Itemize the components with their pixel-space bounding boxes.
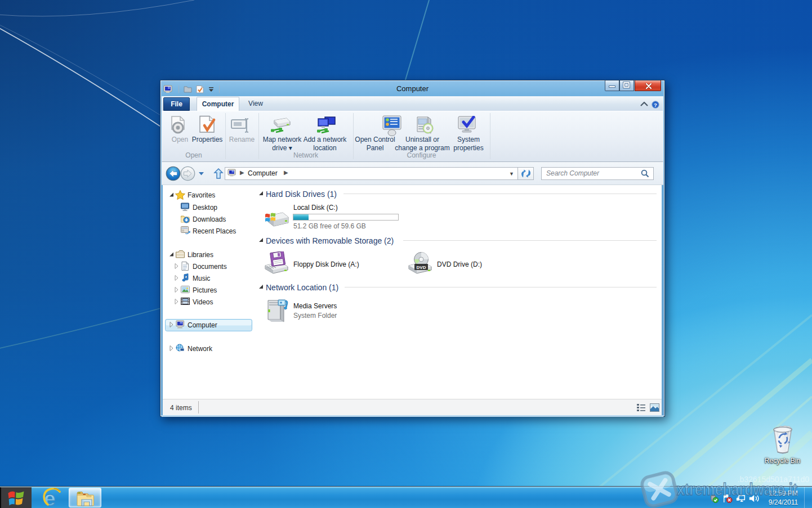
svg-text:DVD: DVD bbox=[417, 265, 426, 270]
svg-text:Computer: Computer bbox=[188, 321, 217, 329]
svg-text:?: ? bbox=[654, 102, 657, 108]
svg-text:Music: Music bbox=[193, 275, 210, 282]
svg-text:Downloads: Downloads bbox=[193, 215, 226, 223]
svg-text:Recent Places: Recent Places bbox=[193, 227, 236, 235]
svg-text:Libraries: Libraries bbox=[188, 251, 213, 259]
svg-text:Network: Network bbox=[188, 345, 213, 353]
svg-text:Pictures: Pictures bbox=[193, 286, 217, 294]
svg-text:Favorites: Favorites bbox=[188, 191, 215, 199]
svg-text:Videos: Videos bbox=[193, 298, 213, 306]
svg-text:Desktop: Desktop bbox=[193, 204, 217, 212]
svg-text:Documents: Documents bbox=[193, 263, 227, 271]
